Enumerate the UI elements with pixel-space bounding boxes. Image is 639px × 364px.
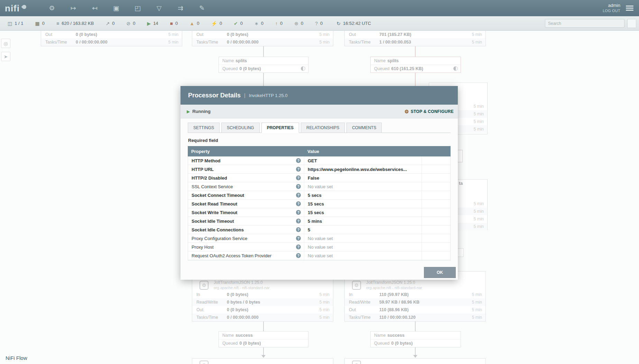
stale-indicator: ↑0 bbox=[275, 21, 283, 26]
last-refresh-time: 16:52:42 UTC bbox=[343, 21, 371, 26]
not-transmitting-icon: ⊘ bbox=[126, 21, 130, 26]
tab-relationships[interactable]: RELATIONSHIPS bbox=[301, 123, 345, 133]
tab-scheduling[interactable]: SCHEDULING bbox=[221, 123, 260, 133]
funnel-icon: ▽ bbox=[157, 4, 162, 12]
property-name: Socket Connect Timeout bbox=[192, 193, 244, 198]
dialog-title-separator: | bbox=[244, 93, 246, 98]
property-row: Socket Connect Timeout?5 secs bbox=[188, 191, 450, 200]
help-icon[interactable]: ? bbox=[296, 236, 301, 241]
processor-tool-button[interactable]: ⚙ bbox=[45, 2, 59, 14]
property-value: No value set bbox=[304, 243, 422, 251]
property-row: Request Username?No value set bbox=[188, 260, 450, 261]
help-icon[interactable]: ? bbox=[296, 158, 301, 163]
processor-details-dialog: Processor Details | InvokeHTTP 1.25.0 ▶ … bbox=[180, 86, 458, 280]
property-row: HTTP/2 Disabled?False bbox=[188, 174, 450, 182]
property-value: GET bbox=[304, 156, 422, 165]
value-column-header: Value bbox=[304, 149, 422, 154]
property-row: Socket Write Timeout?15 secs bbox=[188, 208, 450, 217]
search-options-button[interactable] bbox=[627, 19, 636, 28]
property-table-header: Property Value bbox=[188, 146, 451, 156]
user-block: admin LOG OUT bbox=[603, 3, 620, 13]
help-icon[interactable]: ? bbox=[296, 201, 301, 206]
process-group-tool-button[interactable]: ▣ bbox=[109, 2, 123, 14]
ok-button[interactable]: OK bbox=[424, 267, 456, 278]
dialog-subtitle: InvokeHTTP 1.25.0 bbox=[249, 93, 288, 98]
template-icon: ⇉ bbox=[178, 4, 183, 12]
output-port-tool-button[interactable]: ↤ bbox=[88, 2, 102, 14]
stopped-indicator: ■0 bbox=[170, 21, 178, 26]
running-indicator: ▶14 bbox=[147, 21, 158, 26]
tab-properties[interactable]: PROPERTIES bbox=[261, 123, 299, 133]
dialog-title: Processor Details bbox=[188, 92, 241, 99]
transmitting-icon: ↗ bbox=[105, 21, 110, 26]
label-tool-button[interactable]: ✎ bbox=[195, 2, 209, 14]
help-icon[interactable]: ? bbox=[296, 253, 301, 258]
breadcrumb[interactable]: NiFi Flow bbox=[6, 355, 27, 361]
up-to-date-indicator: ✔0 bbox=[234, 21, 243, 26]
property-name: Socket Idle Timeout bbox=[192, 219, 234, 224]
stale-count: 0 bbox=[280, 21, 283, 26]
help-icon[interactable]: ? bbox=[296, 245, 301, 249]
remote-process-group-icon: ◰ bbox=[135, 4, 141, 12]
property-value: https://www.pegelonline.wsv.de/webservic… bbox=[304, 165, 422, 173]
dialog-body: SETTINGS SCHEDULING PROPERTIES RELATIONS… bbox=[180, 118, 458, 261]
property-value: 15 secs bbox=[304, 208, 422, 217]
property-row: Proxy Host?No value set bbox=[188, 243, 450, 251]
help-icon[interactable]: ? bbox=[296, 184, 301, 189]
property-row: HTTP URL?https://www.pegelonline.wsv.de/… bbox=[188, 165, 450, 174]
refresh-button[interactable]: ↻16:52:42 UTC bbox=[336, 21, 371, 26]
label-icon: ✎ bbox=[199, 4, 205, 12]
running-status-icon: ▶ bbox=[187, 109, 190, 114]
input-port-tool-button[interactable]: ↦ bbox=[66, 2, 80, 14]
not-transmitting-indicator: ⊘0 bbox=[126, 21, 135, 26]
template-tool-button[interactable]: ⇉ bbox=[174, 2, 187, 14]
help-icon[interactable]: ? bbox=[296, 227, 301, 232]
stale-icon: ↑ bbox=[275, 21, 278, 26]
property-row: Proxy Configuration Service?No value set bbox=[188, 234, 450, 243]
help-icon[interactable]: ? bbox=[296, 210, 301, 215]
stop-configure-icon: ⚙ bbox=[405, 109, 409, 114]
running-count: 14 bbox=[153, 21, 158, 26]
property-value: No value set bbox=[304, 182, 422, 191]
stop-configure-button[interactable]: ⚙ STOP & CONFIGURE bbox=[405, 109, 454, 114]
property-name: Socket Idle Connections bbox=[192, 227, 244, 232]
queued-icon: ≡ bbox=[56, 21, 59, 26]
help-icon[interactable]: ? bbox=[296, 175, 301, 180]
nifi-logo-text: nifi bbox=[5, 4, 20, 13]
locally-modified-indicator: ∗0 bbox=[254, 21, 263, 26]
stopped-count: 0 bbox=[175, 21, 178, 26]
current-user: admin bbox=[603, 3, 620, 9]
sync-failure-count: 0 bbox=[320, 21, 323, 26]
process-group-icon: ▣ bbox=[113, 4, 119, 12]
tab-comments[interactable]: COMMENTS bbox=[346, 123, 382, 133]
help-icon[interactable]: ? bbox=[296, 193, 301, 198]
help-icon[interactable]: ? bbox=[296, 167, 301, 172]
search-input[interactable] bbox=[545, 19, 624, 28]
property-name: SSL Context Service bbox=[192, 184, 233, 189]
transmitting-indicator: ↗0 bbox=[105, 21, 114, 26]
up-to-date-icon: ✔ bbox=[234, 21, 238, 26]
property-row: Request OAuth2 Access Token Provider?No … bbox=[188, 251, 450, 260]
nifi-drop-icon bbox=[21, 4, 27, 10]
property-value: False bbox=[304, 174, 422, 182]
property-value: No value set bbox=[304, 251, 422, 260]
stop-configure-label: STOP & CONFIGURE bbox=[411, 109, 454, 114]
cluster-count: 1 / 1 bbox=[15, 21, 23, 26]
help-icon[interactable]: ? bbox=[296, 219, 301, 223]
property-name: HTTP/2 Disabled bbox=[192, 175, 227, 181]
disabled-indicator: ⚡0 bbox=[211, 21, 222, 26]
property-table: HTTP Method?GET HTTP URL?https://www.peg… bbox=[188, 156, 451, 261]
disabled-count: 0 bbox=[220, 21, 222, 26]
property-value: 5 mins bbox=[304, 217, 422, 225]
funnel-tool-button[interactable]: ▽ bbox=[152, 2, 166, 14]
running-status-text: Running bbox=[192, 109, 211, 114]
property-row: SSL Context Service?No value set bbox=[188, 182, 450, 191]
component-toolbar: ⚙ ↦ ↤ ▣ ◰ ▽ ⇉ ✎ bbox=[45, 2, 209, 14]
logout-link[interactable]: LOG OUT bbox=[603, 9, 620, 13]
tab-settings[interactable]: SETTINGS bbox=[188, 123, 220, 133]
global-menu-icon[interactable] bbox=[626, 4, 633, 12]
property-name: Request OAuth2 Access Token Provider bbox=[192, 253, 271, 258]
remote-process-group-tool-button[interactable]: ◰ bbox=[131, 2, 145, 14]
sync-failure-indicator: ?0 bbox=[315, 21, 323, 26]
property-name: HTTP URL bbox=[192, 167, 214, 172]
